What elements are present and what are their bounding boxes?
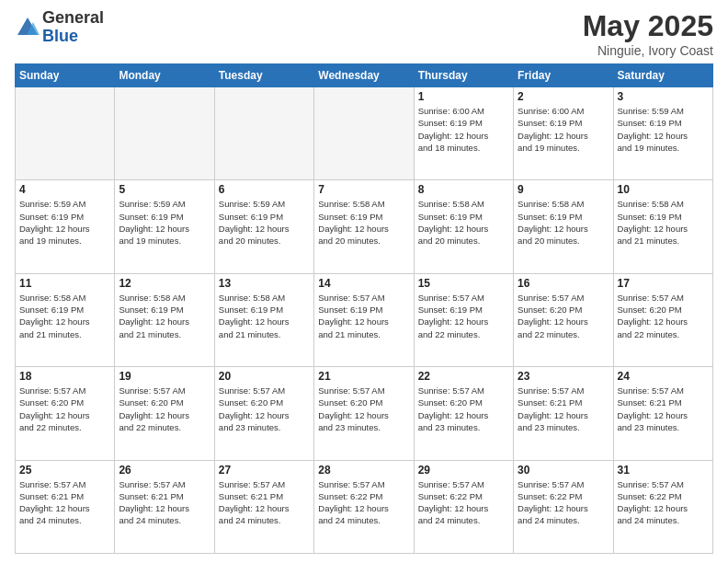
day-number: 2 xyxy=(518,90,609,103)
calendar-cell: 21Sunrise: 5:57 AMSunset: 6:20 PMDayligh… xyxy=(314,367,414,460)
calendar-cell: 15Sunrise: 5:57 AMSunset: 6:19 PMDayligh… xyxy=(414,273,513,366)
day-info: Sunrise: 5:59 AMSunset: 6:19 PMDaylight:… xyxy=(618,105,709,154)
day-info: Sunrise: 5:57 AMSunset: 6:22 PMDaylight:… xyxy=(418,478,509,527)
day-number: 11 xyxy=(19,277,110,290)
day-info: Sunrise: 6:00 AMSunset: 6:19 PMDaylight:… xyxy=(418,105,509,154)
day-info: Sunrise: 5:57 AMSunset: 6:21 PMDaylight:… xyxy=(119,478,210,527)
calendar-cell: 22Sunrise: 5:57 AMSunset: 6:20 PMDayligh… xyxy=(414,367,513,460)
day-number: 16 xyxy=(518,277,609,290)
day-info: Sunrise: 5:58 AMSunset: 6:19 PMDaylight:… xyxy=(219,292,310,340)
day-number: 10 xyxy=(618,183,709,196)
day-info: Sunrise: 5:58 AMSunset: 6:19 PMDaylight:… xyxy=(19,292,110,340)
header-cell-saturday: Saturday xyxy=(613,64,712,87)
calendar-cell: 2Sunrise: 6:00 AMSunset: 6:19 PMDaylight… xyxy=(514,87,613,180)
day-info: Sunrise: 5:57 AMSunset: 6:19 PMDaylight:… xyxy=(318,292,409,340)
day-number: 14 xyxy=(318,277,409,290)
calendar-cell xyxy=(314,87,414,180)
calendar-cell: 3Sunrise: 5:59 AMSunset: 6:19 PMDaylight… xyxy=(613,87,712,180)
day-number: 19 xyxy=(119,370,210,383)
day-number: 9 xyxy=(518,183,609,196)
day-info: Sunrise: 5:57 AMSunset: 6:20 PMDaylight:… xyxy=(518,292,609,340)
logo-general-text: General xyxy=(42,9,104,28)
day-number: 15 xyxy=(418,277,509,290)
day-number: 21 xyxy=(318,370,409,383)
calendar-cell: 18Sunrise: 5:57 AMSunset: 6:20 PMDayligh… xyxy=(16,367,115,460)
day-info: Sunrise: 5:57 AMSunset: 6:20 PMDaylight:… xyxy=(19,385,110,433)
day-number: 17 xyxy=(618,277,709,290)
title-block: May 2025 Ninguie, Ivory Coast xyxy=(583,9,713,58)
calendar-cell: 25Sunrise: 5:57 AMSunset: 6:21 PMDayligh… xyxy=(16,460,115,553)
day-info: Sunrise: 5:59 AMSunset: 6:19 PMDaylight:… xyxy=(219,198,310,247)
calendar-header: SundayMondayTuesdayWednesdayThursdayFrid… xyxy=(16,64,713,87)
header-cell-tuesday: Tuesday xyxy=(214,64,313,87)
calendar: SundayMondayTuesdayWednesdayThursdayFrid… xyxy=(15,63,713,554)
header-cell-sunday: Sunday xyxy=(16,64,115,87)
logo-icon xyxy=(15,15,40,40)
calendar-cell xyxy=(16,87,115,180)
calendar-cell: 8Sunrise: 5:58 AMSunset: 6:19 PMDaylight… xyxy=(414,180,513,273)
logo-blue-text: Blue xyxy=(42,28,104,46)
day-info: Sunrise: 5:57 AMSunset: 6:22 PMDaylight:… xyxy=(518,478,609,527)
day-number: 1 xyxy=(418,90,509,103)
day-number: 13 xyxy=(219,277,310,290)
day-number: 25 xyxy=(19,464,110,477)
day-number: 20 xyxy=(219,370,310,383)
day-info: Sunrise: 5:57 AMSunset: 6:21 PMDaylight:… xyxy=(19,478,110,527)
day-info: Sunrise: 5:57 AMSunset: 6:21 PMDaylight:… xyxy=(219,478,310,527)
week-row-4: 25Sunrise: 5:57 AMSunset: 6:21 PMDayligh… xyxy=(16,460,713,553)
calendar-cell: 19Sunrise: 5:57 AMSunset: 6:20 PMDayligh… xyxy=(115,367,214,460)
calendar-cell: 27Sunrise: 5:57 AMSunset: 6:21 PMDayligh… xyxy=(214,460,313,553)
day-info: Sunrise: 5:58 AMSunset: 6:19 PMDaylight:… xyxy=(318,198,409,247)
day-info: Sunrise: 6:00 AMSunset: 6:19 PMDaylight:… xyxy=(518,105,609,154)
calendar-cell: 24Sunrise: 5:57 AMSunset: 6:21 PMDayligh… xyxy=(613,367,712,460)
calendar-cell: 17Sunrise: 5:57 AMSunset: 6:20 PMDayligh… xyxy=(613,273,712,366)
calendar-cell xyxy=(115,87,214,180)
day-number: 29 xyxy=(418,464,509,477)
header-cell-thursday: Thursday xyxy=(414,64,513,87)
week-row-2: 11Sunrise: 5:58 AMSunset: 6:19 PMDayligh… xyxy=(16,273,713,366)
calendar-cell: 31Sunrise: 5:57 AMSunset: 6:22 PMDayligh… xyxy=(613,460,712,553)
day-number: 8 xyxy=(418,183,509,196)
day-info: Sunrise: 5:57 AMSunset: 6:22 PMDaylight:… xyxy=(318,478,409,527)
day-info: Sunrise: 5:58 AMSunset: 6:19 PMDaylight:… xyxy=(119,292,210,340)
logo: General Blue xyxy=(15,9,104,46)
calendar-cell: 12Sunrise: 5:58 AMSunset: 6:19 PMDayligh… xyxy=(115,273,214,366)
day-number: 3 xyxy=(618,90,709,103)
calendar-cell: 29Sunrise: 5:57 AMSunset: 6:22 PMDayligh… xyxy=(414,460,513,553)
calendar-cell: 10Sunrise: 5:58 AMSunset: 6:19 PMDayligh… xyxy=(613,180,712,273)
day-number: 28 xyxy=(318,464,409,477)
day-info: Sunrise: 5:57 AMSunset: 6:20 PMDaylight:… xyxy=(119,385,210,433)
day-number: 27 xyxy=(219,464,310,477)
day-info: Sunrise: 5:58 AMSunset: 6:19 PMDaylight:… xyxy=(418,198,509,247)
day-number: 26 xyxy=(119,464,210,477)
day-number: 18 xyxy=(19,370,110,383)
header: General Blue May 2025 Ninguie, Ivory Coa… xyxy=(15,9,713,58)
calendar-cell: 1Sunrise: 6:00 AMSunset: 6:19 PMDaylight… xyxy=(414,87,513,180)
calendar-cell: 6Sunrise: 5:59 AMSunset: 6:19 PMDaylight… xyxy=(214,180,313,273)
day-number: 6 xyxy=(219,183,310,196)
calendar-cell: 13Sunrise: 5:58 AMSunset: 6:19 PMDayligh… xyxy=(214,273,313,366)
day-number: 4 xyxy=(19,183,110,196)
calendar-cell: 20Sunrise: 5:57 AMSunset: 6:20 PMDayligh… xyxy=(214,367,313,460)
location: Ninguie, Ivory Coast xyxy=(583,43,713,58)
day-info: Sunrise: 5:57 AMSunset: 6:22 PMDaylight:… xyxy=(618,478,709,527)
day-number: 31 xyxy=(618,464,709,477)
logo-text: General Blue xyxy=(42,9,104,46)
calendar-cell: 5Sunrise: 5:59 AMSunset: 6:19 PMDaylight… xyxy=(115,180,214,273)
day-info: Sunrise: 5:57 AMSunset: 6:19 PMDaylight:… xyxy=(418,292,509,340)
calendar-cell: 23Sunrise: 5:57 AMSunset: 6:21 PMDayligh… xyxy=(514,367,613,460)
calendar-cell: 9Sunrise: 5:58 AMSunset: 6:19 PMDaylight… xyxy=(514,180,613,273)
day-info: Sunrise: 5:59 AMSunset: 6:19 PMDaylight:… xyxy=(19,198,110,247)
day-info: Sunrise: 5:58 AMSunset: 6:19 PMDaylight:… xyxy=(618,198,709,247)
day-info: Sunrise: 5:57 AMSunset: 6:20 PMDaylight:… xyxy=(418,385,509,433)
day-info: Sunrise: 5:57 AMSunset: 6:21 PMDaylight:… xyxy=(518,385,609,433)
day-info: Sunrise: 5:59 AMSunset: 6:19 PMDaylight:… xyxy=(119,198,210,247)
day-info: Sunrise: 5:57 AMSunset: 6:20 PMDaylight:… xyxy=(318,385,409,433)
calendar-cell: 16Sunrise: 5:57 AMSunset: 6:20 PMDayligh… xyxy=(514,273,613,366)
calendar-cell: 26Sunrise: 5:57 AMSunset: 6:21 PMDayligh… xyxy=(115,460,214,553)
calendar-cell: 28Sunrise: 5:57 AMSunset: 6:22 PMDayligh… xyxy=(314,460,414,553)
calendar-cell: 14Sunrise: 5:57 AMSunset: 6:19 PMDayligh… xyxy=(314,273,414,366)
day-info: Sunrise: 5:58 AMSunset: 6:19 PMDaylight:… xyxy=(518,198,609,247)
day-number: 7 xyxy=(318,183,409,196)
calendar-cell xyxy=(214,87,313,180)
